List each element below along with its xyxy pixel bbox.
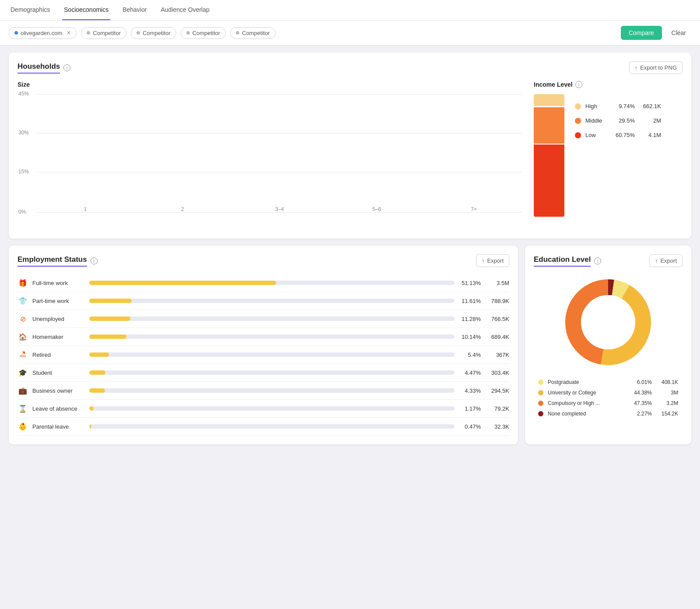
education-legend-item: Compulsory or High ... 47.35% 3.2M <box>538 400 678 406</box>
income-info-icon[interactable]: i <box>575 81 582 88</box>
emp-pct-0: 51.13% <box>459 280 481 286</box>
income-pct-low: 60.75% <box>614 132 635 138</box>
primary-site-label: olivegarden.com <box>21 30 62 36</box>
education-export-button[interactable]: ↑ Export <box>649 254 682 267</box>
emp-label-5: Student <box>32 370 85 376</box>
income-val-middle: 2M <box>639 117 661 124</box>
primary-site-chip[interactable]: olivegarden.com ✕ <box>9 27 77 39</box>
edu-val-1: 3M <box>656 390 678 396</box>
income-legend-low: Low 60.75% 4.1M <box>575 132 661 138</box>
edu-pct-3: 2.27% <box>632 411 652 417</box>
emp-label-8: Parental leave <box>32 423 85 430</box>
clear-button[interactable]: Clear <box>666 26 691 40</box>
export-icon: ↑ <box>635 64 638 71</box>
competitor-chip-2[interactable]: Competitor <box>131 27 176 39</box>
competitor-label-1: Competitor <box>93 30 121 36</box>
emp-label-6: Business owner <box>32 387 85 394</box>
bottom-row: Employment Status i ↑ Export 🎁 Full-time… <box>9 246 691 444</box>
competitor-chip-3[interactable]: Competitor <box>181 27 226 39</box>
compare-button[interactable]: Compare <box>621 26 662 40</box>
emp-label-4: Retired <box>32 352 85 358</box>
emp-bar-fill-8 <box>89 424 91 429</box>
employment-row: 🎁 Full-time work 51.13% 3.5M <box>18 274 509 292</box>
income-header: Income Level i <box>534 81 682 88</box>
employment-export-icon: ↑ <box>482 257 485 264</box>
emp-bar-bg-5 <box>89 370 455 375</box>
income-legend-high: High 9.74% 662.1K <box>575 103 661 109</box>
bar-group-3-4: 3–4 <box>234 204 325 212</box>
y-label-0: 0% <box>18 209 26 215</box>
competitor-dot-4 <box>236 31 239 35</box>
nav-socioeconomics[interactable]: Socioeconomics <box>62 0 110 20</box>
competitor-chip-1[interactable]: Competitor <box>81 27 126 39</box>
emp-label-2: Unemployed <box>32 316 85 322</box>
employment-info-icon[interactable]: i <box>91 257 98 264</box>
emp-label-1: Part-time work <box>32 298 85 304</box>
emp-icon-5: 🎓 <box>18 367 28 378</box>
households-export-button[interactable]: ↑ Export to PNG <box>629 61 682 74</box>
employment-card: Employment Status i ↑ Export 🎁 Full-time… <box>9 246 518 444</box>
households-charts-row: Size 45% 30% 15% 0% 1 <box>18 81 682 230</box>
emp-pct-2: 11.28% <box>459 316 481 322</box>
main-content: Households i ↑ Export to PNG Size 45% 30… <box>0 46 700 451</box>
emp-count-0: 3.5M <box>485 280 509 286</box>
edu-label-3: None completed <box>548 411 628 417</box>
y-label-30: 30% <box>18 130 29 136</box>
education-legend-item: None completed 2.27% 154.2K <box>538 411 678 417</box>
employment-header: Employment Status i ↑ Export <box>18 254 509 267</box>
income-chart-container: Income Level i High <box>534 81 682 230</box>
emp-bar-bg-1 <box>89 299 455 303</box>
emp-bar-fill-0 <box>89 281 276 285</box>
education-legend-item: Postgraduate 6.01% 408.1K <box>538 379 678 385</box>
bar-label-7plus: 7+ <box>471 206 477 212</box>
emp-bar-fill-5 <box>89 370 105 375</box>
employment-row: ⌛ Leave of absence 1.17% 79.2K <box>18 400 509 418</box>
emp-pct-5: 4.47% <box>459 370 481 376</box>
close-primary-icon[interactable]: ✕ <box>66 30 71 36</box>
income-content: High 9.74% 662.1K Middle 29.5% 2M <box>534 94 682 217</box>
income-label-low: Low <box>585 132 609 138</box>
competitor-chip-4[interactable]: Competitor <box>230 27 276 39</box>
income-stacked-bar <box>534 94 564 217</box>
edu-label-2: Compulsory or High ... <box>548 400 628 406</box>
households-card: Households i ↑ Export to PNG Size 45% 30… <box>9 53 691 239</box>
employment-row: 👕 Part-time work 11.61% 788.9K <box>18 292 509 310</box>
education-info-icon[interactable]: i <box>594 257 601 264</box>
emp-bar-fill-4 <box>89 352 109 357</box>
edu-dot-3 <box>538 411 543 416</box>
edu-pct-0: 6.01% <box>632 379 652 385</box>
primary-dot <box>14 31 18 35</box>
emp-bar-bg-6 <box>89 388 455 393</box>
employment-row: 🏖 Retired 5.4% 367K <box>18 346 509 364</box>
toolbar: olivegarden.com ✕ Competitor Competitor … <box>0 21 700 46</box>
edu-val-0: 408.1K <box>656 379 678 385</box>
donut-chart-container <box>534 274 682 370</box>
emp-icon-0: 🎁 <box>18 278 28 288</box>
emp-pct-1: 11.61% <box>459 298 481 304</box>
nav-demographics[interactable]: Demographics <box>9 0 52 20</box>
bar-label-1: 1 <box>84 206 87 212</box>
employment-export-button[interactable]: ↑ Export <box>476 254 509 267</box>
households-export-label: Export to PNG <box>640 64 677 71</box>
income-legend: High 9.74% 662.1K Middle 29.5% 2M <box>575 94 661 138</box>
employment-row: 💼 Business owner 4.33% 294.5K <box>18 382 509 400</box>
bar-label-5-6: 5–6 <box>372 206 381 212</box>
households-info-icon[interactable]: i <box>63 64 70 71</box>
emp-icon-6: 💼 <box>18 385 28 396</box>
emp-bar-bg-8 <box>89 424 455 429</box>
emp-pct-7: 1.17% <box>459 405 481 412</box>
nav-audience-overlap[interactable]: Audience Overlap <box>159 0 211 20</box>
edu-label-0: Postgraduate <box>548 379 628 385</box>
svg-point-5 <box>581 295 635 349</box>
emp-label-7: Leave of absence <box>32 405 85 412</box>
emp-icon-8: 👶 <box>18 421 28 432</box>
emp-bar-fill-3 <box>89 334 126 339</box>
emp-count-7: 79.2K <box>485 405 509 412</box>
income-val-high: 662.1K <box>639 103 661 109</box>
income-legend-middle: Middle 29.5% 2M <box>575 117 661 124</box>
competitor-label-2: Competitor <box>143 30 171 36</box>
education-header: Education Level i ↑ Export <box>534 254 682 267</box>
bar-group-5-6: 5–6 <box>332 204 422 212</box>
nav-behavior[interactable]: Behavior <box>121 0 148 20</box>
income-title: Income Level <box>534 81 573 88</box>
